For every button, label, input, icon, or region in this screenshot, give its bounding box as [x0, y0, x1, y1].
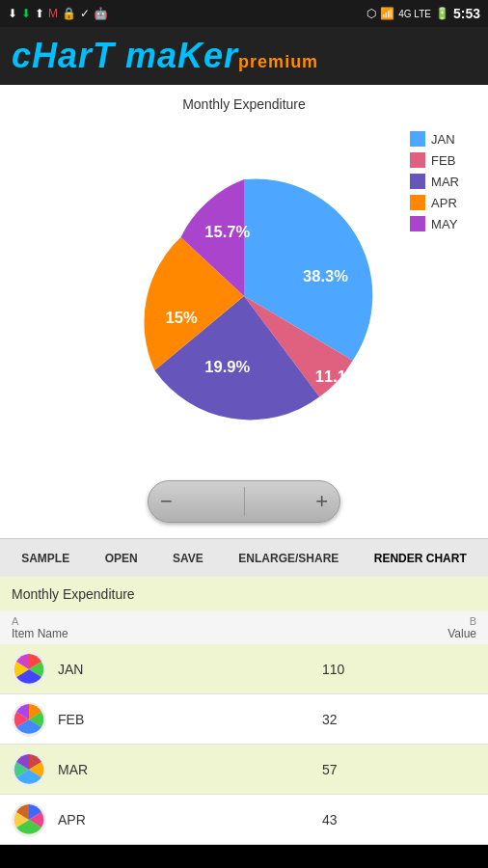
legend-apr: APR — [410, 195, 459, 210]
title-maker: maKer — [125, 36, 238, 75]
col-a-label: A — [12, 615, 322, 627]
col-b-name: Value — [447, 627, 476, 640]
legend-may: MAY — [410, 216, 459, 231]
app-header: cHarT maKerpremium — [0, 27, 488, 85]
chart-title: Monthly Expenditure — [182, 96, 306, 112]
save-button[interactable]: SAVE — [167, 548, 209, 569]
chart-container: 38.3% 11.1% 19.9% 15% 15.7% JAN FEB MAR … — [0, 112, 488, 480]
status-bar: ⬇ ⬇ ⬆ M 🔒 ✓ 🤖 ⬡ 📶 4G LTE 🔋 5:53 — [0, 0, 488, 27]
download2-icon: ⬇ — [21, 7, 31, 20]
gmail-icon: M — [48, 7, 58, 20]
sample-button[interactable]: SAMPLE — [15, 548, 75, 569]
may-label: 15.7% — [204, 223, 250, 241]
status-time: 5:53 — [453, 6, 480, 21]
apr-label: 15% — [166, 309, 198, 327]
feb-label: 11.1% — [315, 367, 361, 386]
legend-may-label: MAY — [431, 217, 457, 231]
toolbar: SAMPLE OPEN SAVE ENLARGE/SHARE RENDER CH… — [0, 538, 488, 577]
legend-mar: MAR — [410, 174, 459, 189]
jan-row-name: JAN — [58, 662, 322, 677]
battery-icon: 🔋 — [435, 7, 449, 20]
enlarge-button[interactable]: ENLARGE/SHARE — [232, 548, 344, 569]
col-b-header: B Value — [322, 615, 476, 640]
mar-row-value: 57 — [322, 762, 476, 777]
pie-chart: 38.3% 11.1% 19.9% 15% 15.7% — [109, 161, 379, 431]
table-row: FEB 32 — [0, 694, 488, 745]
legend-mar-color — [410, 174, 425, 189]
check-icon: ✓ — [80, 7, 90, 20]
jan-row-value: 110 — [322, 662, 476, 677]
table-row: JAN 110 — [0, 644, 488, 694]
zoom-divider — [244, 487, 245, 516]
legend-feb-color — [410, 152, 425, 168]
mar-row-name: MAR — [58, 762, 322, 777]
android-icon: 🤖 — [94, 7, 108, 20]
col-a-header: A Item Name — [12, 615, 322, 640]
status-right-icons: ⬡ 📶 4G LTE 🔋 5:53 — [366, 6, 480, 21]
apr-row-name: APR — [58, 812, 322, 827]
render-chart-button[interactable]: RENDER CHART — [368, 548, 473, 569]
table-title: Monthly Expenditure — [12, 586, 135, 602]
title-chart: cHarT — [12, 36, 125, 75]
app-title: cHarT maKerpremium — [12, 36, 318, 76]
legend-jan-label: JAN — [431, 132, 455, 147]
legend-feb-label: FEB — [431, 153, 455, 168]
zoom-out-button[interactable]: − — [160, 489, 173, 514]
feb-icon — [12, 702, 46, 737]
legend: JAN FEB MAR APR MAY — [410, 131, 459, 231]
table-row: MAR 57 — [0, 745, 488, 795]
legend-apr-color — [410, 195, 425, 210]
lte-icon: 4G LTE — [398, 9, 431, 19]
table-header-row: A Item Name B Value — [0, 611, 488, 644]
feb-row-name: FEB — [58, 712, 322, 727]
open-button[interactable]: OPEN — [99, 548, 144, 569]
mar-icon — [12, 752, 46, 787]
legend-mar-label: MAR — [431, 175, 459, 189]
upload-icon: ⬆ — [35, 7, 44, 20]
mar-label: 19.9% — [204, 358, 250, 376]
legend-jan: JAN — [410, 131, 459, 147]
table-title-row: Monthly Expenditure — [0, 577, 488, 611]
zoom-in-button[interactable]: + — [315, 489, 328, 514]
zoom-controls: − + — [148, 480, 340, 523]
jan-label: 38.3% — [303, 267, 348, 285]
legend-may-color — [410, 216, 425, 231]
bluetooth-icon: ⬡ — [366, 7, 376, 20]
jan-icon — [12, 652, 46, 687]
table-row: APR 43 — [0, 795, 488, 845]
feb-row-value: 32 — [322, 712, 476, 727]
download-icon: ⬇ — [8, 7, 17, 20]
chart-area: Monthly Expenditure 38.3% 11 — [0, 85, 488, 538]
legend-apr-label: APR — [431, 196, 457, 210]
wifi-icon: 📶 — [380, 7, 394, 20]
apr-icon — [12, 802, 46, 837]
status-left-icons: ⬇ ⬇ ⬆ M 🔒 ✓ 🤖 — [8, 7, 108, 20]
col-b-label: B — [470, 615, 476, 627]
legend-feb: FEB — [410, 152, 459, 168]
col-a-name: Item Name — [12, 627, 322, 640]
title-premium: premium — [238, 52, 318, 71]
legend-jan-color — [410, 131, 425, 147]
data-table-area: Monthly Expenditure A Item Name B Value … — [0, 577, 488, 845]
apr-row-value: 43 — [322, 812, 476, 827]
lock-icon: 🔒 — [62, 7, 76, 20]
